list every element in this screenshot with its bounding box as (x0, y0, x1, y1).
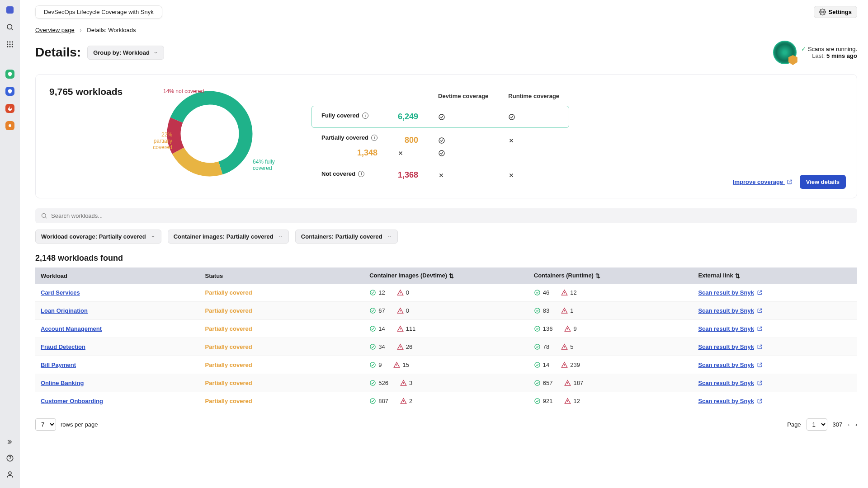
svg-point-4 (12, 41, 13, 42)
containers-ok: 46 (534, 289, 549, 296)
help-icon[interactable] (5, 454, 14, 463)
containers-ok: 136 (534, 325, 553, 332)
user-icon[interactable] (5, 470, 14, 479)
info-icon[interactable]: i (362, 113, 368, 119)
row-notc-count: 1,368 (387, 164, 428, 186)
sort-icon: ⇅ (595, 272, 600, 279)
groupby-select[interactable]: Group by: Workload (87, 46, 164, 60)
breadcrumb-parent[interactable]: Overview page (35, 27, 75, 33)
containers-warn: 12 (561, 289, 576, 296)
improve-coverage-link[interactable]: Improve coverage (733, 178, 793, 185)
x-icon (438, 172, 444, 178)
bug-icon[interactable] (5, 121, 14, 130)
svg-point-6 (9, 44, 11, 45)
col-images[interactable]: Container images (Devtime)⇅ (364, 267, 528, 284)
svg-point-34 (535, 380, 540, 385)
workload-link[interactable]: Online Banking (41, 380, 84, 386)
external-link[interactable]: Scan result by Snyk (698, 398, 852, 404)
images-warn: 0 (397, 289, 409, 296)
filter-workload-coverage[interactable]: Workload coverage: Partially covered (35, 230, 161, 244)
external-link[interactable]: Scan result by Snyk (698, 307, 852, 314)
search-icon[interactable] (5, 23, 14, 32)
fire-icon[interactable] (5, 104, 14, 113)
logo-icon[interactable] (5, 5, 14, 14)
svg-point-27 (370, 326, 375, 331)
chevron-down-icon (278, 234, 283, 239)
external-link[interactable]: Scan result by Snyk (698, 380, 852, 386)
search-input[interactable] (51, 212, 852, 219)
external-link[interactable]: Scan result by Snyk (698, 325, 852, 332)
radar-icon (773, 41, 797, 64)
images-ok: 14 (369, 325, 385, 332)
sidebar (0, 0, 20, 488)
col-workload[interactable]: Workload (35, 267, 200, 284)
containers-warn: 5 (561, 343, 573, 350)
svg-point-35 (370, 399, 375, 404)
col-devtime: Devtime coverage (428, 86, 498, 106)
images-ok: 12 (369, 289, 385, 296)
workload-link[interactable]: Card Services (41, 289, 80, 296)
filter-containers[interactable]: Containers: Partially covered (295, 230, 398, 244)
rows-label: rows per page (61, 421, 98, 428)
settings-button[interactable]: Settings (814, 6, 857, 18)
images-warn: 111 (397, 325, 416, 332)
workload-link[interactable]: Account Management (41, 325, 102, 332)
svg-point-21 (439, 150, 444, 156)
table-row: Online BankingPartially covered 526 3 65… (35, 374, 857, 392)
col-runtime: Runtime coverage (498, 86, 569, 106)
external-link[interactable]: Scan result by Snyk (698, 361, 852, 368)
view-details-button[interactable]: View details (800, 175, 846, 189)
scan-last-value: 5 mins ago (826, 52, 857, 59)
svg-point-20 (439, 138, 444, 143)
chevron-down-icon (387, 234, 392, 239)
rows-per-page-select[interactable]: 7 (35, 418, 56, 431)
svg-point-32 (535, 362, 540, 367)
donut-label-not-covered: 14% not covered (163, 88, 204, 94)
row-partial-label: Partially covered (321, 134, 368, 141)
table-row: Bill PaymentPartially covered 9 15 14 23… (35, 356, 857, 374)
workload-link[interactable]: Bill Payment (41, 361, 76, 368)
col-containers[interactable]: Containers (Runtime)⇅ (528, 267, 693, 284)
gear-icon (819, 9, 826, 15)
containers-warn: 1 (561, 307, 573, 314)
shield-blue-icon[interactable] (5, 87, 14, 96)
info-icon[interactable]: i (358, 171, 364, 177)
page-next[interactable]: › (855, 421, 857, 428)
external-link[interactable]: Scan result by Snyk (698, 343, 852, 350)
filter-container-images[interactable]: Container images: Partially covered (168, 230, 289, 244)
external-link[interactable]: Scan result by Snyk (698, 289, 852, 296)
results-count: 2,148 workloads found (35, 253, 857, 263)
svg-point-11 (9, 124, 11, 127)
info-icon[interactable]: i (371, 135, 377, 141)
sort-icon: ⇅ (735, 272, 740, 279)
page-prev[interactable]: ‹ (848, 421, 849, 428)
apps-icon[interactable] (5, 40, 14, 49)
svg-point-10 (12, 46, 13, 47)
expand-icon[interactable] (5, 437, 14, 446)
workload-link[interactable]: Customer Onboarding (41, 398, 103, 404)
status-badge: Partially covered (205, 380, 252, 386)
containers-warn: 187 (564, 380, 583, 386)
groupby-label: Group by: Workload (93, 49, 150, 56)
shield-green-icon[interactable] (5, 70, 14, 79)
breadcrumb: Overview page › Details: Workloads (35, 27, 857, 33)
col-status[interactable]: Status (200, 267, 364, 284)
row-partial-count1: 800 (387, 128, 428, 147)
svg-point-18 (439, 114, 444, 120)
containers-ok: 78 (534, 343, 549, 350)
x-icon (508, 172, 514, 178)
status-badge: Partially covered (205, 289, 252, 296)
col-external[interactable]: External link⇅ (693, 267, 857, 284)
search-bar[interactable] (35, 208, 857, 223)
workload-link[interactable]: Loan Origination (41, 307, 88, 314)
x-icon (508, 137, 514, 144)
svg-point-14 (821, 11, 823, 13)
search-icon (41, 212, 47, 219)
page-select[interactable]: 1 (807, 418, 827, 431)
table-row: Loan OriginationPartially covered 67 0 8… (35, 302, 857, 320)
svg-point-30 (535, 344, 540, 349)
containers-ok: 14 (534, 361, 549, 368)
svg-point-2 (7, 41, 8, 42)
svg-point-13 (9, 472, 11, 474)
workload-link[interactable]: Fraud Detection (41, 343, 85, 350)
